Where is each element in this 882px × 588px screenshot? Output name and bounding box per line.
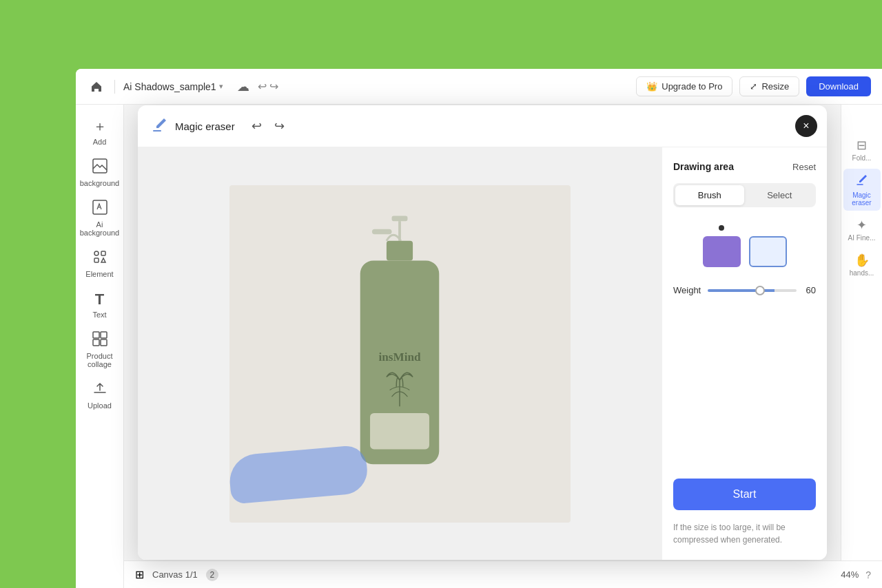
sidebar-item-upload[interactable]: Upload [79,375,121,415]
element-icon [92,249,107,268]
brush-active-preview [703,225,741,267]
dialog-canvas[interactable]: insMind [138,147,662,560]
reset-button[interactable]: Reset [792,162,816,172]
right-panel-hands[interactable]: ✋ hands... [843,249,881,281]
svg-rect-14 [370,412,429,449]
resize-icon: ⤢ [750,81,757,92]
upgrade-button[interactable]: 👑 Upgrade to Pro [636,76,732,96]
dialog-title: Magic eraser [175,120,235,132]
start-button[interactable]: Start [673,479,816,510]
right-panel-ai-fine[interactable]: ✦ AI Fine... [843,213,881,246]
svg-rect-3 [101,251,105,255]
right-panel-magic-eraser[interactable]: Magic eraser [843,169,881,211]
filename-label[interactable]: Ai Shadows_sample1 ▾ [123,81,223,92]
svg-rect-6 [101,332,107,338]
select-preview [749,236,787,267]
brush-tab[interactable]: Brush [675,185,744,205]
zoom-level: 44% [841,569,859,580]
redo-icon[interactable]: ↪ [269,80,278,93]
bottom-right-controls: 44% ? [841,569,871,580]
sidebar-item-element[interactable]: Element [79,244,121,284]
svg-rect-5 [93,332,99,338]
select-preview-container [749,236,787,267]
top-bar: Ai Shadows_sample1 ▾ ☁ ↩ ↪ 👑 Upgrade to … [76,69,882,105]
product-collage-icon [92,331,107,350]
top-bar-undo-redo: ↩ ↪ [258,80,278,93]
brush-dot [719,225,724,231]
top-bar-right: 👑 Upgrade to Pro ⤢ Resize Download [636,76,871,96]
select-tab[interactable]: Select [746,185,814,205]
drawing-area-header: Drawing area Reset [673,161,816,172]
sidebar-item-text[interactable]: T Text [79,285,121,324]
brush-preview-area [673,218,816,274]
svg-rect-12 [387,240,413,260]
dialog-undo-redo: ↩ ↪ [247,117,289,135]
brush-swatch [703,236,741,267]
dialog-redo-button[interactable]: ↪ [270,117,289,135]
right-panel-layers[interactable]: ⊟ Fold... [843,134,881,166]
add-icon: ＋ [93,117,107,136]
hands-icon: ✋ [854,253,870,268]
magic-eraser-dialog: Magic eraser ↩ ↪ × [138,105,827,560]
svg-rect-9 [392,216,408,221]
dialog-header: Magic eraser ↩ ↪ × [138,105,827,147]
ai-fine-icon: ✦ [857,218,867,233]
text-icon: T [95,291,104,308]
svg-rect-7 [93,339,99,346]
layer-count: 2 [206,569,218,581]
sidebar-item-product-collage[interactable]: Product collage [79,326,121,374]
dialog-settings-panel: Drawing area Reset Brush Select [662,147,827,560]
dialog-undo-button[interactable]: ↩ [247,117,266,135]
svg-rect-4 [94,258,99,262]
product-image-container: insMind [229,185,571,523]
drawing-area-title: Drawing area [673,161,734,172]
resize-button[interactable]: ⤢ Resize [739,76,799,96]
download-button[interactable]: Download [806,76,871,96]
upload-icon [92,381,107,399]
dialog-close-button[interactable]: × [795,115,817,137]
canvas-label: Canvas 1/1 [152,569,198,580]
weight-value: 60 [803,285,816,295]
bottle-illustration: insMind [229,185,571,523]
undo-icon[interactable]: ↩ [258,80,267,93]
help-icon[interactable]: ? [865,569,871,580]
dialog-body: insMind [138,147,827,560]
weight-label: Weight [673,285,701,295]
weight-row: Weight 60 [673,285,816,295]
app-window: Ai Shadows_sample1 ▾ ☁ ↩ ↪ 👑 Upgrade to … [76,69,882,588]
ai-background-icon [92,200,107,218]
bottom-bar: ⊞ Canvas 1/1 2 44% ? [124,560,882,588]
svg-point-2 [94,251,99,255]
sidebar-item-background[interactable]: background [79,153,121,193]
left-sidebar: ＋ Add background Ai background Element T… [76,105,124,588]
svg-text:insMind: insMind [378,350,421,363]
svg-rect-11 [372,229,392,234]
crown-icon: 👑 [646,81,657,92]
layers-icon: ⊟ [857,138,867,153]
top-bar-cloud-icon[interactable]: ☁ [237,79,249,94]
top-bar-separator [114,80,115,94]
background-icon [92,158,107,177]
layers-bottom-icon[interactable]: ⊞ [135,568,144,581]
magic-eraser-header-icon [152,116,168,136]
tool-tabs: Brush Select [673,183,816,207]
sidebar-item-add[interactable]: ＋ Add [79,112,121,151]
svg-rect-8 [101,339,107,346]
sidebar-item-ai-background[interactable]: Ai background [79,194,121,242]
home-icon[interactable] [87,77,106,96]
weight-slider[interactable] [708,289,797,292]
magic-eraser-right-icon [855,173,869,190]
dialog-overlay: Magic eraser ↩ ↪ × [124,105,841,560]
right-panel: ⊟ Fold... Magic eraser ✦ AI Fine... ✋ ha… [841,105,882,560]
dialog-footer-note: If the size is too large, it will be com… [673,521,816,546]
